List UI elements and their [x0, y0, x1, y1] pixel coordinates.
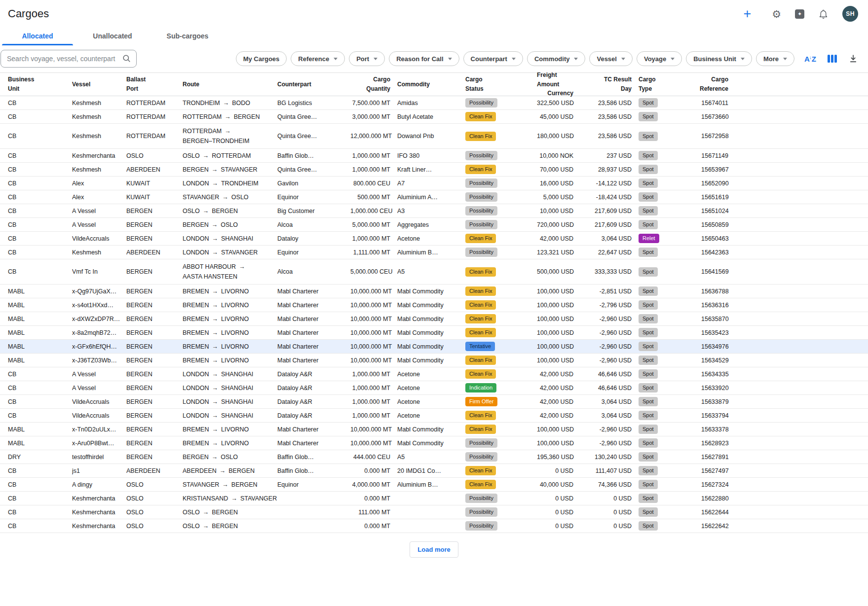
cell-vessel: Alex [72, 177, 126, 190]
cell-cargo-quantity: 0.000 MT [350, 464, 397, 478]
cell-counterpart: Alcoa [277, 259, 350, 285]
col-header-tc-result-day[interactable]: TC ResultDay [580, 73, 639, 96]
tab-sub-cargoes[interactable]: Sub-cargoes [150, 26, 225, 45]
cell-cargo-status: Possibility [465, 492, 537, 505]
col-header-business-unit[interactable]: BusinessUnit [0, 73, 72, 96]
filter-chip-reference[interactable]: Reference [291, 51, 345, 66]
table-row[interactable]: CBA VesselBERGENLONDON→SHANGHAIDataloy A… [0, 367, 868, 381]
route-arrow-icon: → [212, 412, 218, 419]
table-row[interactable]: CBKeshmeshABERDEENBERGEN→STAVANGERQuinta… [0, 163, 868, 177]
cell-commodity: Aggregates [397, 218, 465, 232]
table-row[interactable]: CBVildeAccrualsBERGENLONDON→SHANGHAIData… [0, 409, 868, 423]
cargo-type-badge: Spot [639, 356, 658, 365]
tab-unallocated[interactable]: Unallocated [75, 26, 150, 45]
table-row[interactable]: MABLx-J36TZ03Wb…BERGENBREMEN→LIVORNOMabl… [0, 354, 868, 367]
cargo-status-badge: Clean Fix [465, 300, 496, 310]
col-header-cargo-status[interactable]: CargoStatus [465, 73, 537, 96]
table-row[interactable]: MABLx-Qg97UjGaX…BERGENBREMEN→LIVORNOMabl… [0, 285, 868, 298]
table-row[interactable]: MABLx-Tn0D2uULx…BERGENBREMEN→LIVORNOMabl… [0, 423, 868, 436]
filter-chip-counterpart[interactable]: Counterpart [463, 51, 523, 66]
cell-business-unit: CB [0, 124, 72, 149]
feedback-button[interactable]: ✦ [795, 9, 804, 19]
filter-chip-reason-for-call[interactable]: Reason for Call [389, 51, 459, 66]
table-row[interactable]: CBKeshmeshROTTERDAMROTTERDAM→BERGENQuint… [0, 110, 868, 124]
cargo-status-badge: Firm Offer [465, 397, 497, 406]
download-button[interactable] [848, 54, 858, 64]
cell-business-unit: CB [0, 204, 72, 218]
cargo-type-badge: Spot [639, 369, 658, 379]
cell-tc-result: 0 USD [580, 505, 639, 519]
col-header-commodity[interactable]: Commodity [397, 73, 465, 96]
cell-cargo-quantity: 10,000.000 MT [350, 340, 397, 354]
route-arrow-icon: → [220, 467, 226, 474]
table-row[interactable]: CBVildeAccrualsBERGENLONDON→SHANGHAIData… [0, 395, 868, 409]
cell-cargo-type: Spot [639, 110, 701, 124]
table-row[interactable]: CBA VesselBERGENLONDON→SHANGHAIDataloy A… [0, 381, 868, 395]
table-row[interactable]: CBA VesselBERGENOSLO→BERGENBig Customer1… [0, 204, 868, 218]
table-row[interactable]: CBKeshmeshROTTERDAMTRONDHEIM→BODOBG Logi… [0, 96, 868, 110]
table-row[interactable]: CBAlexKUWAITSTAVANGER→OSLOEquinor500.000… [0, 190, 868, 204]
load-more-button[interactable]: Load more [410, 541, 458, 558]
filter-chip-vessel[interactable]: Vessel [589, 51, 633, 66]
cell-freight-amount: 100,000 USD [537, 436, 580, 450]
col-header-counterpart[interactable]: Counterpart [277, 73, 350, 96]
cargo-type-badge: Relet [639, 234, 659, 243]
settings-button[interactable]: ⚙ [772, 9, 781, 19]
col-header-ballast-port[interactable]: BallastPort [126, 73, 183, 96]
search-input[interactable] [0, 50, 137, 68]
top-icons: + ⚙ ✦ SH [743, 6, 858, 22]
table-row[interactable]: CBKeshmerchantaOSLOKRISTIANSAND→STAVANGE… [0, 492, 868, 505]
cell-spacer [735, 190, 868, 204]
col-header-cargo-type[interactable]: CargoType [639, 73, 701, 96]
tab-allocated[interactable]: Allocated [0, 26, 75, 45]
table-row[interactable]: CBKeshmeshROTTERDAMROTTERDAM→BERGEN–TRON… [0, 124, 868, 149]
table-row[interactable]: CBKeshmeshABERDEENLONDON→STAVANGEREquino… [0, 246, 868, 259]
table-row[interactable]: MABLx-Aru0P8Bwt…BERGENBREMEN→LIVORNOMabl… [0, 436, 868, 450]
table-row[interactable]: CBKeshmerchantaOSLOOSLO→ROTTERDAMBaffin … [0, 149, 868, 163]
filter-chip-business-unit[interactable]: Business Unit [686, 51, 752, 66]
cell-route: ABERDEEN→BERGEN [183, 464, 277, 478]
cargo-status-badge: Clean Fix [465, 369, 496, 379]
cell-freight-amount: 100,000 USD [537, 312, 580, 326]
table-row[interactable]: MABLx-s4ot1HXxd…BERGENBREMEN→LIVORNOMabl… [0, 298, 868, 312]
cell-cargo-type: Spot [639, 450, 701, 464]
notifications-button[interactable] [818, 9, 829, 19]
col-header-cargo-reference[interactable]: CargoReference [701, 73, 735, 96]
col-header-freight-amount-currency[interactable]: Freight AmountCurrency [537, 73, 580, 96]
filter-chip-voyage[interactable]: Voyage [637, 51, 682, 66]
chevron-down-icon [374, 58, 377, 60]
table-row[interactable]: MABLx-8a2mqhB72…BERGENBREMEN→LIVORNOMabl… [0, 326, 868, 340]
cell-tc-result: 237 USD [580, 149, 639, 163]
table-row[interactable]: CBAlexKUWAITLONDON→TRONDHEIMGavilon800.0… [0, 177, 868, 190]
filter-chip-port[interactable]: Port [349, 51, 385, 66]
col-header-route[interactable]: Route [183, 73, 277, 96]
table-row[interactable]: CBVmf Tc InBERGENABBOT HARBOUR→AASTA HAN… [0, 259, 868, 285]
cell-cargo-type: Spot [639, 177, 701, 190]
cell-business-unit: DRY [0, 450, 72, 464]
columns-button[interactable] [828, 55, 837, 63]
cargo-status-badge: Clean Fix [465, 286, 496, 296]
cell-cargo-status: Clean Fix [465, 124, 537, 149]
table-row[interactable]: CBA VesselBERGENBERGEN→OSLOAlcoa5,000.00… [0, 218, 868, 232]
table-row[interactable]: CBKeshmerchantaOSLOOSLO→BERGEN111.000 MT… [0, 505, 868, 519]
table-row[interactable]: DRYtestoffhirdelBERGENBERGEN→OSLOBaffin … [0, 450, 868, 464]
cell-commodity [397, 519, 465, 533]
add-button[interactable]: + [743, 9, 751, 19]
filter-chip-my-cargoes[interactable]: My Cargoes [236, 51, 287, 66]
table-row[interactable]: CBA dingyOSLOSTAVANGER→BERGENEquinor4,00… [0, 478, 868, 492]
sort-alphabetical-button[interactable]: A↓Z [804, 55, 816, 63]
cell-cargo-quantity: 10,000.000 MT [350, 354, 397, 367]
filter-chip-more[interactable]: More [756, 51, 794, 66]
table-row[interactable]: CBjs1ABERDEENABERDEEN→BERGENBaffin Glob…… [0, 464, 868, 478]
col-header-cargo-quantity[interactable]: CargoQuantity [350, 73, 397, 96]
table-row[interactable]: MABLx-GFx6hEfQH…BERGENBREMEN→LIVORNOMabl… [0, 340, 868, 354]
table-row[interactable]: CBVildeAccrualsBERGENLONDON→SHANGHAIData… [0, 232, 868, 246]
table-row[interactable]: MABLx-dXWZxDP7R…BERGENBREMEN→LIVORNOMabl… [0, 312, 868, 326]
cell-cargo-status: Possibility [465, 519, 537, 533]
cell-vessel: Keshmesh [72, 110, 126, 124]
route-arrow-icon: → [212, 249, 218, 256]
table-row[interactable]: CBKeshmerchantaOSLOOSLO→BERGEN0.000 MTPo… [0, 519, 868, 533]
avatar[interactable]: SH [842, 6, 858, 22]
filter-chip-commodity[interactable]: Commodity [527, 51, 586, 66]
col-header-vessel[interactable]: Vessel [72, 73, 126, 96]
